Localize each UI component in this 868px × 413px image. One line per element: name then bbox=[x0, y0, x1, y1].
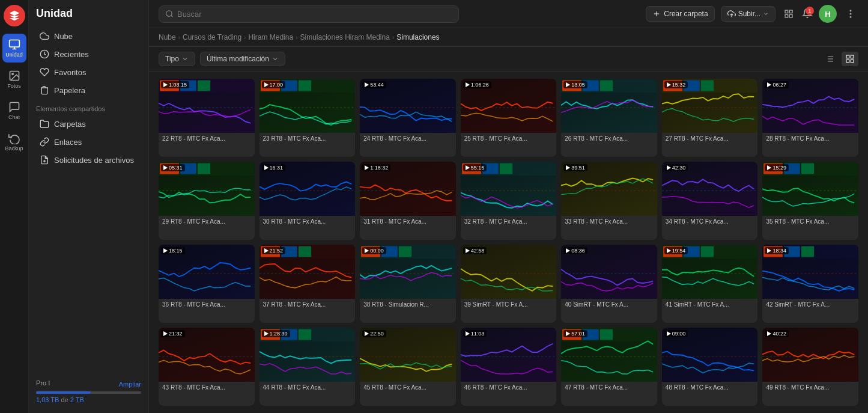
subir-button[interactable]: Subir... bbox=[721, 6, 775, 22]
breadcrumb-nube[interactable]: Nube bbox=[159, 33, 176, 41]
nav-item-solicitudes[interactable]: Solicitudes de archivos bbox=[32, 151, 145, 169]
video-card[interactable]: 13:05 26 RT8 - MTC Fx Aca... bbox=[561, 79, 657, 157]
video-duration: 1:06:26 bbox=[463, 81, 491, 88]
video-card[interactable]: 19:54 41 SimRT - MTC Fx A... bbox=[662, 245, 758, 323]
video-thumbnail: 00:00 bbox=[360, 245, 456, 299]
video-card[interactable]: 15:32 27 RT8 - MTC Fx Aca... bbox=[662, 79, 758, 157]
video-thumbnail: 16:31 bbox=[259, 162, 356, 216]
notifications-button[interactable]: 1 bbox=[802, 8, 813, 20]
video-card[interactable]: 11:03 46 RT8 - MTC Fx Aca... bbox=[461, 328, 557, 406]
video-card[interactable]: 05:31 29 RT8 - MTC Fx Aca... bbox=[159, 162, 255, 240]
video-label: 38 RT8 - Simulacion R... bbox=[360, 299, 456, 310]
nav-item-enlaces[interactable]: Enlaces bbox=[32, 133, 145, 151]
video-duration: 11:03 bbox=[463, 330, 487, 337]
play-icon bbox=[767, 165, 771, 170]
search-icon bbox=[165, 10, 174, 18]
nav-item-papelera[interactable]: Papelera bbox=[32, 81, 145, 99]
video-card[interactable]: 1:28:30 44 RT8 - MTC Fx Aca... bbox=[259, 328, 356, 406]
video-card[interactable]: 21:52 37 RT8 - MTC Fx Aca... bbox=[259, 245, 356, 323]
grid-view-button[interactable] bbox=[842, 52, 858, 66]
sidebar-item-fotos[interactable]: Fotos bbox=[2, 65, 26, 94]
video-card[interactable]: 57:01 47 RT8 - MTC Fx Aca... bbox=[561, 328, 657, 406]
svg-rect-13 bbox=[785, 14, 788, 17]
sidebar-item-unidad[interactable]: Unidad bbox=[2, 34, 26, 63]
nav-item-favoritos[interactable]: Favoritos bbox=[32, 63, 145, 81]
modificacion-filter-button[interactable]: Última modificación bbox=[200, 52, 285, 66]
sidebar-item-chat[interactable]: Chat bbox=[2, 96, 26, 125]
video-card[interactable]: 06:27 28 RT8 - MTC Fx Aca... bbox=[762, 79, 858, 157]
breadcrumb-cursos[interactable]: Cursos de Trading bbox=[183, 33, 241, 41]
crear-carpeta-button[interactable]: Crear carpeta bbox=[646, 6, 714, 22]
chevron-down-tipo-icon bbox=[181, 55, 189, 63]
breadcrumb-hiram[interactable]: Hiram Medina bbox=[248, 33, 293, 41]
sidebar-item-backup[interactable]: Backup bbox=[2, 127, 26, 156]
nav-item-nube[interactable]: Nube bbox=[32, 27, 145, 45]
play-icon bbox=[466, 331, 470, 336]
play-icon bbox=[163, 331, 168, 336]
video-card[interactable]: 16:31 30 RT8 - MTC Fx Aca... bbox=[259, 162, 356, 240]
video-thumbnail: 06:27 bbox=[762, 79, 858, 133]
video-card[interactable]: 09:00 48 RT8 - MTC Fx Aca... bbox=[662, 328, 758, 406]
video-label: 28 RT8 - MTC Fx Aca... bbox=[762, 133, 858, 144]
search-box[interactable] bbox=[159, 5, 459, 23]
svg-rect-79 bbox=[399, 246, 411, 257]
play-icon bbox=[264, 165, 269, 170]
ampliar-link[interactable]: Ampliar bbox=[119, 381, 141, 388]
video-card[interactable]: 08:36 40 SimRT - MTC Fx A... bbox=[561, 245, 657, 323]
video-thumbnail: 22:50 bbox=[360, 328, 456, 382]
svg-point-2 bbox=[11, 73, 13, 75]
video-label: 25 RT8 - MTC Fx Aca... bbox=[461, 133, 557, 144]
play-icon bbox=[365, 82, 369, 87]
video-card[interactable]: 1:03:15 22 RT8 - MTC Fx Aca... bbox=[159, 79, 255, 157]
video-card[interactable]: 18:34 42 SimRT - MTC Fx A... bbox=[762, 245, 858, 323]
search-input[interactable] bbox=[177, 10, 452, 19]
video-card[interactable]: 42:30 34 RT8 - MTC Fx Aca... bbox=[662, 162, 758, 240]
video-card[interactable]: 40:22 49 RT8 - MTC Fx Aca... bbox=[762, 328, 858, 406]
video-card[interactable]: 1:18:32 31 RT8 - MTC Fx Aca... bbox=[360, 162, 456, 240]
breadcrumb-simulaciones[interactable]: Simulaciones bbox=[396, 33, 439, 41]
user-avatar[interactable]: H bbox=[819, 5, 837, 23]
solicitudes-label: Solicitudes de archivos bbox=[54, 156, 134, 165]
topbar: Crear carpeta Subir... 1 H bbox=[149, 0, 868, 28]
breadcrumb: Nube › Cursos de Trading › Hiram Medina … bbox=[149, 28, 868, 47]
nav-item-recientes[interactable]: Recientes bbox=[32, 45, 145, 63]
video-card[interactable]: 00:00 38 RT8 - Simulacion R... bbox=[360, 245, 456, 323]
modificacion-label: Última modificación bbox=[207, 55, 269, 63]
nav-item-carpetas[interactable]: Carpetas bbox=[32, 115, 145, 133]
video-thumbnail: 18:34 bbox=[762, 245, 858, 299]
video-card[interactable]: 55:15 32 RT8 - MTC Fx Aca... bbox=[461, 162, 557, 240]
chat-label: Chat bbox=[8, 114, 20, 120]
list-view-button[interactable] bbox=[821, 52, 838, 66]
more-options-button[interactable] bbox=[843, 6, 858, 22]
video-card[interactable]: 21:32 43 RT8 - MTC Fx Aca... bbox=[159, 328, 255, 406]
video-label: 39 SimRT - MTC Fx A... bbox=[461, 299, 557, 310]
file-grid: 1:03:15 22 RT8 - MTC Fx Aca... 17:0 bbox=[149, 72, 868, 413]
tipo-filter-button[interactable]: Tipo bbox=[159, 52, 195, 66]
video-card[interactable]: 53:44 24 RT8 - MTC Fx Aca... bbox=[360, 79, 456, 157]
upload-icon bbox=[727, 10, 736, 18]
video-thumbnail: 18:15 bbox=[159, 245, 255, 299]
video-card[interactable]: 22:50 45 RT8 - MTC Fx Aca... bbox=[360, 328, 456, 406]
video-label: 24 RT8 - MTC Fx Aca... bbox=[360, 133, 456, 144]
play-icon bbox=[767, 331, 771, 336]
file-request-icon bbox=[40, 155, 49, 165]
svg-rect-104 bbox=[600, 329, 613, 340]
enlaces-label: Enlaces bbox=[54, 138, 82, 147]
storage-total: 2 TB bbox=[70, 396, 84, 403]
breadcrumb-simulaciones-hiram[interactable]: Simulaciones Hiram Medina bbox=[300, 33, 389, 41]
video-card[interactable]: 1:06:26 25 RT8 - MTC Fx Aca... bbox=[461, 79, 557, 157]
video-card[interactable]: 17:00 23 RT8 - MTC Fx Aca... bbox=[259, 79, 356, 157]
app-logo[interactable] bbox=[4, 5, 25, 26]
video-duration: 13:05 bbox=[563, 81, 587, 88]
grid-view-icon bbox=[845, 54, 855, 64]
video-card[interactable]: 42:58 39 SimRT - MTC Fx A... bbox=[461, 245, 557, 323]
video-duration: 21:52 bbox=[262, 247, 286, 254]
video-card[interactable]: 18:15 36 RT8 - MTC Fx Aca... bbox=[159, 245, 255, 323]
video-label: 44 RT8 - MTC Fx Aca... bbox=[259, 382, 356, 393]
video-thumbnail: 09:00 bbox=[662, 328, 758, 382]
video-thumbnail: 08:36 bbox=[561, 245, 657, 299]
breadcrumb-sep-4: › bbox=[392, 34, 394, 41]
video-card[interactable]: 15:29 35 RT8 - MTC Fx Aca... bbox=[762, 162, 858, 240]
grid-view-icon-btn[interactable] bbox=[782, 7, 796, 21]
video-card[interactable]: 39:51 33 RT8 - MTC Fx Aca... bbox=[561, 162, 657, 240]
